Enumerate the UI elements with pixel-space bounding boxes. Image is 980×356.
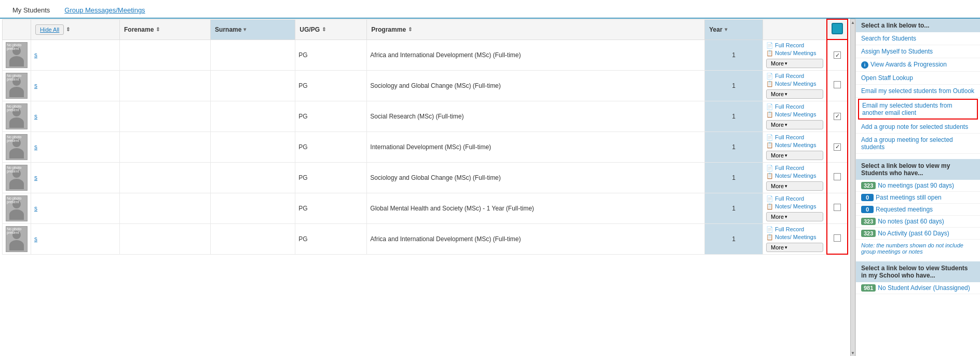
more-button[interactable]: More — [766, 181, 823, 191]
sidebar-email-outlook[interactable]: Email my selected students from Outlook — [856, 85, 980, 98]
student-photo-cell: No photo present — [3, 39, 31, 70]
sidebar-view-awards[interactable]: iView Awards & Progression — [856, 58, 980, 72]
info-icon: i — [861, 61, 868, 69]
row-checkbox[interactable] — [834, 143, 841, 151]
select-all-button[interactable] — [832, 23, 843, 34]
notes-meetings-link[interactable]: 📋 Notes/ Meetings — [766, 81, 823, 87]
record-icon: 📄 — [766, 103, 773, 110]
sidebar-section2-header: Select a link below to view my Students … — [856, 159, 980, 180]
uun-cell[interactable]: s — [31, 70, 120, 101]
uun-cell[interactable]: s — [31, 39, 120, 70]
notes-meetings-link[interactable]: 📋 Notes/ Meetings — [766, 111, 823, 118]
surname-cell — [211, 223, 295, 254]
sidebar-open-staff[interactable]: Open Staff Lookup — [856, 72, 980, 85]
sidebar-add-group-meeting[interactable]: Add a group meeting for selected student… — [856, 134, 980, 154]
full-record-link[interactable]: 📄 Full Record — [766, 134, 823, 141]
scroll-down-icon[interactable]: ▼ — [851, 351, 855, 355]
programme-cell: Social Research (MSc) (Full-time) — [367, 101, 705, 131]
sidebar-stat-requested-meetings[interactable]: 0Requested meetings — [856, 204, 980, 216]
tab-my-students[interactable]: My Students — [5, 3, 57, 19]
table-row: No photo presentsPGGlobal Mental Health … — [3, 193, 848, 223]
sidebar-search-students[interactable]: Search for Students — [856, 32, 980, 45]
more-button[interactable]: More — [766, 212, 823, 221]
row-checkbox[interactable] — [834, 173, 841, 180]
forename-sort-icon[interactable]: ⇕ — [156, 27, 161, 33]
row-checkbox[interactable] — [834, 204, 841, 211]
stat-badge: 0 — [861, 194, 874, 201]
sidebar-assign-myself[interactable]: Assign Myself to Students — [856, 45, 980, 58]
table-row: No photo presentsPGAfrica and Internatio… — [3, 223, 848, 254]
table-row: No photo presentsPGSocial Research (MSc)… — [3, 101, 848, 131]
notes-meetings-link[interactable]: 📋 Notes/ Meetings — [766, 142, 823, 149]
sidebar-stat-no-notes[interactable]: 323No notes (past 60 days) — [856, 216, 980, 228]
notes-icon: 📋 — [766, 50, 773, 57]
col-forename: Forename ⇕ — [120, 19, 211, 39]
student-table: Hide All ⇕ Forename ⇕ Surname ▾ — [2, 19, 848, 255]
more-button[interactable]: More — [766, 89, 823, 99]
year-cell: 1 — [705, 131, 763, 162]
more-button[interactable]: More — [766, 59, 823, 68]
hide-all-button[interactable]: Hide All — [35, 24, 64, 35]
uun-cell[interactable]: s — [31, 193, 120, 223]
surname-cell — [211, 101, 295, 131]
ugpg-sort-icon[interactable]: ⇕ — [322, 27, 327, 33]
sidebar-add-group-note[interactable]: Add a group note for selected students — [856, 121, 980, 134]
forename-cell — [120, 131, 211, 162]
year-sort-icon[interactable]: ▾ — [725, 27, 730, 33]
sidebar-stat-no-meetings[interactable]: 323No meetings (past 90 days) — [856, 180, 980, 192]
more-button[interactable]: More — [766, 120, 823, 129]
notes-meetings-link[interactable]: 📋 Notes/ Meetings — [766, 234, 823, 241]
notes-meetings-link[interactable]: 📋 Notes/ Meetings — [766, 203, 823, 210]
uun-cell[interactable]: s — [31, 162, 120, 193]
row-checkbox[interactable] — [834, 81, 841, 88]
programme-cell: Sociology and Global Change (MSc) (Full-… — [367, 162, 705, 193]
scroll-up-icon[interactable]: ▲ — [851, 20, 855, 25]
row-checkbox[interactable] — [834, 234, 841, 242]
stat-label: Requested meetings — [876, 206, 933, 213]
ugpg-cell: PG — [295, 162, 367, 193]
year-cell: 1 — [705, 70, 763, 101]
uun-cell[interactable]: s — [31, 101, 120, 131]
surname-sort-icon[interactable]: ▾ — [243, 27, 249, 33]
full-record-link[interactable]: 📄 Full Record — [766, 73, 823, 80]
uun-sort-icon[interactable]: ⇕ — [66, 27, 71, 33]
student-photo: No photo present — [6, 195, 28, 221]
notes-meetings-link[interactable]: 📋 Notes/ Meetings — [766, 173, 823, 179]
forename-cell — [120, 223, 211, 254]
full-record-link[interactable]: 📄 Full Record — [766, 195, 823, 202]
notes-icon: 📋 — [766, 142, 773, 149]
notes-icon: 📋 — [766, 234, 773, 241]
sidebar-school-stat-no-adviser[interactable]: 981No Student Adviser (Unassigned) — [856, 282, 980, 294]
full-record-link[interactable]: 📄 Full Record — [766, 103, 823, 110]
uun-cell[interactable]: s — [31, 131, 120, 162]
actions-cell: 📄 Full Record 📋 Notes/ Meetings More — [763, 162, 827, 193]
stat-badge: 0 — [861, 206, 874, 213]
full-record-link[interactable]: 📄 Full Record — [766, 226, 823, 233]
more-button[interactable]: More — [766, 243, 823, 252]
sidebar-email-other[interactable]: Email my selected students from another … — [858, 99, 978, 120]
actions-cell: 📄 Full Record 📋 Notes/ Meetings More — [763, 223, 827, 254]
sidebar-stat-no-activity[interactable]: 323No Activity (past 60 Days) — [856, 228, 980, 240]
surname-cell — [211, 39, 295, 70]
year-label: Year — [709, 26, 722, 33]
col-photo — [3, 19, 31, 39]
stat-label: No Activity (past 60 Days) — [878, 230, 949, 237]
checkbox-cell — [827, 162, 848, 193]
scrollbar[interactable]: ▲ ▼ — [850, 19, 855, 356]
full-record-link[interactable]: 📄 Full Record — [766, 42, 823, 49]
notes-meetings-link[interactable]: 📋 Notes/ Meetings — [766, 50, 823, 57]
row-checkbox[interactable] — [834, 51, 841, 59]
student-photo-cell: No photo present — [3, 101, 31, 131]
tab-group-messages[interactable]: Group Messages/Meetings — [57, 3, 152, 19]
more-button[interactable]: More — [766, 151, 823, 160]
sidebar-stat-past-meetings-open[interactable]: 0Past meetings still open — [856, 192, 980, 204]
year-cell: 1 — [705, 101, 763, 131]
full-record-link[interactable]: 📄 Full Record — [766, 165, 823, 172]
record-icon: 📄 — [766, 134, 773, 141]
programme-sort-icon[interactable]: ⇕ — [408, 27, 413, 33]
forename-cell — [120, 193, 211, 223]
forename-cell — [120, 70, 211, 101]
uun-cell[interactable]: s — [31, 223, 120, 254]
checkbox-cell — [827, 131, 848, 162]
row-checkbox[interactable] — [834, 113, 841, 120]
